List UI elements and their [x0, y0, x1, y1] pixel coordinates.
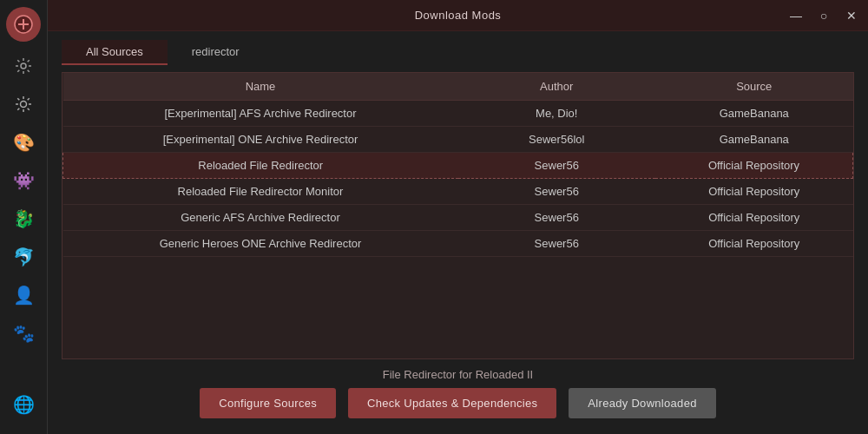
maximize-button[interactable]: ○: [816, 10, 832, 22]
sidebar-icon-char2[interactable]: 🐉: [6, 201, 41, 236]
table-header-row: Name Author Source: [63, 73, 853, 101]
tab-all-sources[interactable]: All Sources: [62, 40, 168, 65]
row-author: Sewer56: [458, 179, 656, 205]
row-name: Reloaded File Redirector Monitor: [63, 179, 458, 205]
sidebar-icon-person[interactable]: 👤: [6, 278, 41, 312]
table-row[interactable]: Reloaded File RedirectorSewer56Official …: [63, 153, 853, 179]
row-source: GameBanana: [655, 127, 853, 153]
svg-point-4: [21, 102, 27, 108]
mods-table: Name Author Source [Experimental] AFS Ar…: [62, 73, 853, 257]
svg-point-3: [21, 63, 26, 69]
sidebar-icon-settings[interactable]: [6, 87, 41, 122]
row-name: Generic AFS Archive Redirector: [63, 205, 458, 231]
sidebar-icon-paw[interactable]: 🐾: [6, 316, 41, 351]
row-source: GameBanana: [655, 101, 853, 127]
close-button[interactable]: ✕: [844, 10, 859, 22]
row-source: Official Repository: [655, 179, 853, 205]
minimize-button[interactable]: —: [788, 10, 804, 22]
col-name: Name: [63, 73, 458, 101]
action-buttons: Configure Sources Check Updates & Depend…: [62, 388, 854, 422]
sidebar-icon-add[interactable]: [6, 7, 41, 42]
row-author: Sewer56: [458, 205, 656, 231]
sidebar-icon-dolphin[interactable]: 🐬: [6, 240, 41, 274]
tab-bar: All Sources redirector: [62, 40, 854, 65]
row-author: Sewer56: [458, 153, 656, 179]
table-row[interactable]: Reloaded File Redirector MonitorSewer56O…: [63, 179, 853, 205]
main-panel: Download Mods — ○ ✕ All Sources redirect…: [48, 0, 868, 434]
already-downloaded-button[interactable]: Already Downloaded: [569, 388, 715, 418]
row-author: Sewer56: [458, 231, 656, 257]
row-source: Official Repository: [655, 205, 853, 231]
tab-redirector[interactable]: redirector: [168, 40, 264, 65]
sidebar-icon-palette[interactable]: 🎨: [6, 125, 41, 160]
col-source: Source: [655, 73, 853, 101]
sidebar-icon-char1[interactable]: 👾: [6, 163, 41, 198]
content-area: All Sources redirector Name Author Sourc…: [48, 31, 868, 434]
mod-description: File Redirector for Reloaded II: [62, 359, 854, 388]
row-name: Reloaded File Redirector: [63, 153, 458, 179]
row-name: [Experimental] ONE Archive Redirector: [63, 127, 458, 153]
mods-table-container: Name Author Source [Experimental] AFS Ar…: [62, 72, 854, 359]
titlebar-title: Download Mods: [415, 9, 502, 22]
sidebar-icon-gear[interactable]: [6, 49, 41, 83]
table-row[interactable]: Generic AFS Archive RedirectorSewer56Off…: [63, 205, 853, 231]
table-row[interactable]: Generic Heroes ONE Archive RedirectorSew…: [63, 231, 853, 257]
table-row[interactable]: [Experimental] AFS Archive RedirectorMe,…: [63, 101, 853, 127]
row-name: Generic Heroes ONE Archive Redirector: [63, 231, 458, 257]
sidebar-icon-globe[interactable]: 🌐: [6, 387, 41, 422]
row-name: [Experimental] AFS Archive Redirector: [63, 101, 458, 127]
row-author: Me, Dio!: [458, 101, 656, 127]
row-source: Official Repository: [655, 153, 853, 179]
col-author: Author: [458, 73, 656, 101]
table-body: [Experimental] AFS Archive RedirectorMe,…: [63, 101, 853, 257]
titlebar: Download Mods — ○ ✕: [48, 0, 868, 31]
check-updates-button[interactable]: Check Updates & Dependencies: [348, 388, 556, 418]
table-row[interactable]: [Experimental] ONE Archive RedirectorSew…: [63, 127, 853, 153]
row-source: Official Repository: [655, 231, 853, 257]
sidebar: 🎨 👾 🐉 🐬 👤 🐾 🌐: [0, 0, 48, 434]
titlebar-controls: — ○ ✕: [788, 10, 859, 22]
configure-sources-button[interactable]: Configure Sources: [200, 388, 336, 418]
row-author: Sewer56lol: [458, 127, 656, 153]
